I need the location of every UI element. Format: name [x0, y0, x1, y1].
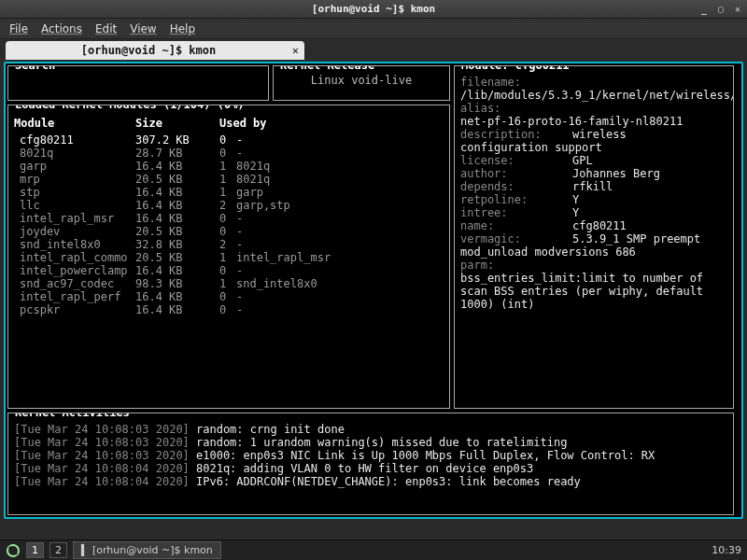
tab-bar: [orhun@void ~]$ kmon ✕: [0, 39, 747, 60]
module-row[interactable]: joydev20.5 KB0-: [14, 225, 444, 238]
release-title: Kernel Release: [277, 65, 377, 72]
activity-line: [Tue Mar 24 10:08:03 2020]e1000: enp0s3 …: [14, 449, 727, 462]
module-info-line: retpoline:Y: [460, 193, 727, 206]
module-row[interactable]: snd_ac97_codec98.3 KB1snd_intel8x0: [14, 277, 444, 290]
activity-line: [Tue Mar 24 10:08:03 2020]random: 1 uran…: [14, 436, 727, 449]
kernel-release-panel: Kernel Release Linux void-live: [273, 65, 450, 101]
kernel-activities-panel: Kernel Activities [Tue Mar 24 10:08:03 2…: [7, 413, 734, 515]
module-row[interactable]: mrp20.5 KB18021q: [14, 173, 444, 186]
activity-line: [Tue Mar 24 10:08:04 2020]IPv6: ADDRCONF…: [14, 475, 727, 488]
module-info-line: license:GPL: [460, 154, 727, 167]
void-logo-icon[interactable]: [6, 543, 21, 558]
module-info-line: bss_entries_limit:limit to number of sca…: [460, 272, 727, 311]
terminal-icon: ▍: [81, 544, 89, 556]
workspace-1[interactable]: 1: [26, 542, 44, 558]
module-info-line: mod_unload modversions 686: [460, 245, 727, 259]
module-row[interactable]: garp16.4 KB18021q: [14, 160, 444, 173]
col-usedby: Used by: [219, 117, 444, 130]
module-row[interactable]: intel_rapl_msr16.4 KB0-: [14, 212, 444, 225]
module-info-line: configuration support: [460, 141, 727, 154]
module-row[interactable]: intel_powerclamp16.4 KB0-: [14, 264, 444, 277]
module-info-line: depends:rfkill: [460, 180, 727, 193]
module-info-body: filename:/lib/modules/5.3.9_1/kernel/net…: [460, 76, 727, 311]
terminal-area: Search Kernel Release Linux void-live Mo…: [4, 62, 743, 519]
module-info-line: intree:Y: [460, 206, 727, 219]
module-info-line: net-pf-16-proto-16-family-nl80211: [460, 115, 727, 128]
taskbar: 1 2 ▍ [orhun@void ~]$ kmon 10:39: [0, 539, 747, 560]
module-info-line: author:Johannes Berg: [460, 167, 727, 180]
module-info-title: Module: cfg80211: [458, 65, 572, 72]
menu-file[interactable]: File: [9, 22, 28, 35]
module-info-line: parm:: [460, 259, 727, 272]
module-row[interactable]: 8021q28.7 KB0-: [14, 147, 444, 160]
menu-actions[interactable]: Actions: [41, 22, 82, 35]
module-row[interactable]: snd_intel8x032.8 KB2-: [14, 238, 444, 251]
activities-body: [Tue Mar 24 10:08:03 2020]random: crng i…: [14, 423, 727, 488]
module-row[interactable]: pcspkr16.4 KB0-: [14, 303, 444, 316]
maximize-icon[interactable]: ▢: [715, 4, 726, 15]
module-row[interactable]: intel_rapl_commo20.5 KB1intel_rapl_msr: [14, 251, 444, 264]
col-size: Size: [135, 117, 219, 130]
task-label: [orhun@void ~]$ kmon: [92, 544, 213, 556]
close-icon[interactable]: ✕: [732, 4, 743, 15]
module-info-panel: Module: cfg80211 filename:/lib/modules/5…: [454, 65, 734, 409]
module-info-line: filename:: [460, 76, 727, 89]
modules-header: Module Size Used by: [14, 117, 444, 130]
module-info-line: vermagic:5.3.9_1 SMP preempt: [460, 232, 727, 245]
col-module: Module: [14, 117, 135, 130]
menu-view[interactable]: View: [130, 22, 156, 35]
module-info-line: name:cfg80211: [460, 219, 727, 232]
workspace-2[interactable]: 2: [49, 542, 67, 558]
search-panel: Search: [7, 65, 269, 101]
search-title: Search: [12, 65, 58, 72]
module-info-line: alias:: [460, 102, 727, 115]
modules-body[interactable]: cfg80211307.2 KB0-8021q28.7 KB0-garp16.4…: [14, 133, 444, 316]
loaded-modules-panel: Loaded Kernel Modules (1/104) (0%) Modul…: [7, 105, 450, 409]
window-title: [orhun@void ~]$ kmon: [312, 3, 435, 15]
tab-close-icon[interactable]: ✕: [292, 44, 299, 57]
menu-help[interactable]: Help: [170, 22, 195, 35]
menu-edit[interactable]: Edit: [95, 22, 117, 35]
task-button[interactable]: ▍ [orhun@void ~]$ kmon: [73, 541, 221, 559]
release-value: Linux void-live: [279, 70, 444, 87]
module-info-line: /lib/modules/5.3.9_1/kernel/net/wireless…: [460, 89, 727, 102]
module-row[interactable]: intel_rapl_perf16.4 KB0-: [14, 290, 444, 303]
activities-title: Kernel Activities: [12, 413, 133, 419]
window-titlebar: [orhun@void ~]$ kmon _ ▢ ✕: [0, 0, 747, 19]
module-row[interactable]: cfg80211307.2 KB0-: [14, 133, 444, 147]
module-info-line: description:wireless: [460, 128, 727, 141]
tab-label: [orhun@void ~]$ kmon: [81, 44, 217, 57]
activity-line: [Tue Mar 24 10:08:03 2020]random: crng i…: [14, 423, 727, 436]
menubar: File Actions Edit View Help: [0, 19, 747, 39]
module-row[interactable]: llc16.4 KB2garp,stp: [14, 199, 444, 212]
terminal-tab[interactable]: [orhun@void ~]$ kmon ✕: [6, 41, 304, 60]
loaded-title: Loaded Kernel Modules (1/104) (0%): [12, 105, 247, 111]
minimize-icon[interactable]: _: [698, 4, 710, 15]
module-row[interactable]: stp16.4 KB1garp: [14, 186, 444, 199]
activity-line: [Tue Mar 24 10:08:04 2020]8021q: adding …: [14, 462, 727, 475]
clock: 10:39: [712, 544, 741, 556]
